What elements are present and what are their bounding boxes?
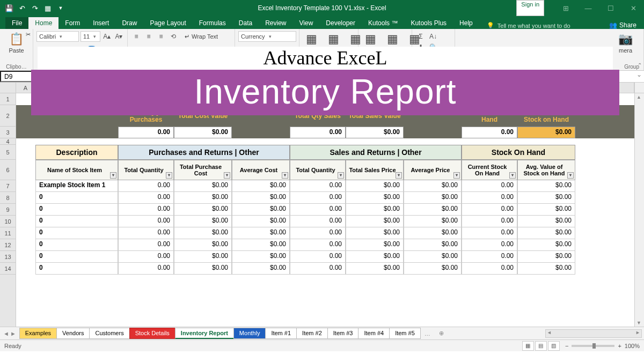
cell-value[interactable]: $0.00 — [232, 204, 290, 216]
cell-name[interactable]: 0 — [35, 216, 118, 227]
cell-value[interactable]: 0.00 — [290, 227, 346, 239]
hdr-total-qty-purch[interactable]: Total Quantity▾ — [118, 160, 174, 180]
row-14[interactable]: 14 — [0, 263, 16, 275]
zoom-slider[interactable] — [572, 345, 614, 347]
sheet-tab[interactable]: Stock Details — [129, 328, 175, 339]
cell-value[interactable]: 0.00 — [462, 204, 517, 216]
tab-view[interactable]: View — [293, 17, 320, 29]
filter-icon[interactable]: ▾ — [166, 172, 172, 179]
cell-name[interactable]: 0 — [35, 239, 118, 251]
orientation-icon[interactable]: ⟲ — [168, 31, 179, 42]
hdr-name[interactable]: Name of Stock Item▾ — [35, 160, 118, 180]
hdr-curr-stock[interactable]: Current Stock On Hand▾ — [462, 160, 517, 180]
wrap-text-button[interactable]: ↵Wrap Text — [185, 33, 218, 40]
increase-font-icon[interactable]: A▴ — [102, 31, 112, 42]
tab-review[interactable]: Review — [259, 17, 292, 29]
tab-formulas[interactable]: Formulas — [193, 17, 232, 29]
cell-value[interactable]: $0.00 — [404, 251, 462, 263]
cell-name[interactable]: 0 — [35, 192, 118, 204]
cut-icon[interactable]: ✂ — [26, 31, 31, 38]
new-sheet-icon[interactable]: ⊕ — [435, 328, 448, 338]
cell-value[interactable]: 0.00 — [118, 216, 174, 227]
align-middle-icon[interactable]: ≡ — [143, 31, 154, 42]
cell-name[interactable]: 0 — [35, 227, 118, 239]
row-5[interactable]: 5 — [0, 145, 16, 160]
table-row[interactable]: 00.00$0.00$0.000.00$0.00$0.000.00$0.00 — [16, 216, 634, 227]
tab-kutools-plus[interactable]: Kutools Plus — [404, 17, 453, 29]
cell-value[interactable]: $0.00 — [232, 192, 290, 204]
cell-value[interactable]: $0.00 — [174, 192, 232, 204]
hdr-total-purch-cost[interactable]: Total Purchase Cost▾ — [174, 160, 232, 180]
conditional-formatting-button[interactable]: ▦ — [303, 31, 320, 47]
filter-icon[interactable]: ▾ — [224, 172, 230, 179]
minimize-icon[interactable]: — — [577, 0, 599, 16]
sheet-tab[interactable]: Item #2 — [296, 328, 328, 339]
sheet-tab[interactable]: Inventory Report — [175, 328, 234, 339]
font-size-combo[interactable]: 11▾ — [80, 31, 100, 42]
cell-value[interactable]: $0.00 — [404, 239, 462, 251]
filter-icon[interactable]: ▾ — [338, 172, 344, 179]
cell-value[interactable]: $0.00 — [346, 239, 404, 251]
cell-value[interactable]: 0.00 — [462, 263, 517, 275]
table-row[interactable]: 00.00$0.00$0.000.00$0.00$0.000.00$0.00 — [16, 204, 634, 216]
cell-value[interactable]: 0.00 — [462, 251, 517, 263]
insert-cells-button[interactable]: ▦ — [362, 31, 379, 47]
cell-value[interactable]: $0.00 — [232, 263, 290, 275]
zoom-level[interactable]: 100% — [625, 343, 640, 349]
sort-filter-icon[interactable]: A↓ — [428, 31, 438, 42]
cell-value[interactable]: 0.00 — [118, 251, 174, 263]
sheet-tab[interactable]: Examples — [19, 328, 57, 339]
cell-value[interactable]: $0.00 — [517, 204, 575, 216]
cell-value[interactable]: 0.00 — [462, 239, 517, 251]
cell-value[interactable]: $0.00 — [404, 216, 462, 227]
horizontal-scrollbar[interactable] — [545, 329, 642, 338]
hdr-avg-price[interactable]: Average Price▾ — [404, 160, 462, 180]
table-row[interactable]: 00.00$0.00$0.000.00$0.00$0.000.00$0.00 — [16, 263, 634, 275]
cell-value[interactable]: 0.00 — [118, 227, 174, 239]
redo-icon[interactable]: ↷ — [29, 2, 41, 14]
sign-in-button[interactable]: Sign in — [516, 0, 544, 16]
ribbon-options-icon[interactable]: ⊞ — [555, 0, 576, 16]
zoom-out-icon[interactable]: − — [565, 343, 568, 349]
cell-value[interactable]: $0.00 — [346, 192, 404, 204]
cell-value[interactable]: 0.00 — [462, 216, 517, 227]
filter-icon[interactable]: ▾ — [567, 172, 574, 179]
cell-value[interactable]: $0.00 — [346, 263, 404, 275]
tab-form[interactable]: Form — [58, 17, 86, 29]
sheet-tab[interactable]: Item #5 — [389, 328, 421, 339]
row-13[interactable]: 13 — [0, 251, 16, 263]
close-icon[interactable]: ✕ — [623, 0, 644, 16]
row-10[interactable]: 10 — [0, 216, 16, 227]
cell-value[interactable]: $0.00 — [517, 216, 575, 227]
filter-icon[interactable]: ▾ — [509, 172, 516, 179]
cell-value[interactable]: 0.00 — [462, 192, 517, 204]
cell-name[interactable]: 0 — [35, 263, 118, 275]
share-button[interactable]: 👥Share — [609, 21, 636, 29]
cell-value[interactable]: $0.00 — [346, 251, 404, 263]
font-name-combo[interactable]: Calibri▾ — [36, 31, 79, 42]
cell-value[interactable]: $0.00 — [517, 192, 575, 204]
cell-value[interactable]: $0.00 — [174, 227, 232, 239]
vertical-scrollbar[interactable] — [634, 93, 644, 327]
tab-page-layout[interactable]: Page Layout — [143, 17, 192, 29]
table-row[interactable]: 00.00$0.00$0.000.00$0.00$0.000.00$0.00 — [16, 227, 634, 239]
cell-value[interactable]: $0.00 — [232, 251, 290, 263]
cell-value[interactable]: $0.00 — [404, 180, 462, 192]
cell-value[interactable]: $0.00 — [174, 251, 232, 263]
hdr-total-sales-price[interactable]: Total Sales Price▾ — [346, 160, 404, 180]
tab-data[interactable]: Data — [232, 17, 259, 29]
undo-icon[interactable]: ↶ — [16, 2, 28, 14]
row-9[interactable]: 9 — [0, 204, 16, 216]
sheet-more-icon[interactable]: … — [420, 329, 435, 338]
cell-value[interactable]: $0.00 — [517, 180, 575, 192]
cell-value[interactable]: $0.00 — [174, 216, 232, 227]
cell-value[interactable]: $0.00 — [232, 180, 290, 192]
maximize-icon[interactable]: ☐ — [600, 0, 621, 16]
cell-value[interactable]: $0.00 — [346, 227, 404, 239]
tab-help[interactable]: Help — [453, 17, 479, 29]
delete-cells-button[interactable]: ▦ — [384, 31, 401, 47]
filter-icon[interactable]: ▾ — [453, 172, 460, 179]
hdr-avg-cost[interactable]: Average Cost▾ — [232, 160, 290, 180]
cell-value[interactable]: $0.00 — [517, 263, 575, 275]
tab-home[interactable]: Home — [28, 17, 58, 29]
